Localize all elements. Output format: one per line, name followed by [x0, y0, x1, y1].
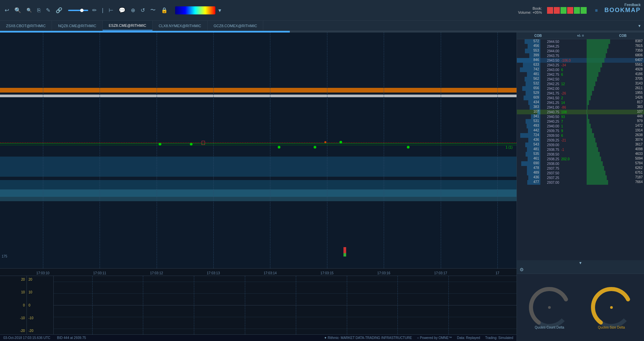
ob-cob2: 1472	[587, 124, 644, 128]
ob-price: 2943.00	[540, 68, 560, 72]
table-row: 553 2944.00 7359	[517, 49, 644, 53]
tab-nqz8[interactable]: NQZ8.CME@RITHMIC	[52, 21, 103, 31]
back-icon[interactable]: ↩	[3, 6, 10, 15]
time-label-7: 17:03:17	[434, 271, 447, 275]
ob-price: 2937.50	[540, 171, 560, 175]
ob-cob1: 562	[517, 77, 540, 81]
ob-cob1: 481	[517, 72, 540, 77]
bvline-2	[194, 276, 194, 334]
light-blue-band-1	[0, 157, 517, 177]
ob-cob1: 553	[517, 49, 540, 53]
main-layout: 1 (1) 175 17:03:10 17:03:11 17:03:12 17:…	[0, 33, 644, 341]
lock-icon[interactable]: 🔒	[160, 6, 169, 15]
ob-delta: 2	[560, 96, 587, 100]
trade-volume-bar-green	[343, 253, 346, 257]
feedback-link[interactable]: Feedback	[625, 3, 641, 7]
ob-cob2: 6806	[587, 53, 644, 58]
table-row: 456 2944.25 7815	[517, 44, 644, 49]
header-right: Book: Volume: +05% ≡ BOOKMAP	[518, 6, 641, 14]
svg-point-2	[548, 306, 551, 309]
crosshair-icon[interactable]: ⊕	[129, 6, 137, 15]
zoom-in-icon[interactable]: 🔍	[13, 6, 22, 15]
trade-dot-4	[314, 146, 316, 149]
ob-price: 2939.75	[540, 129, 560, 133]
vline-8	[497, 33, 498, 268]
ob-scroll-down[interactable]: ▼	[517, 260, 644, 266]
vline-4	[270, 33, 270, 268]
chart-main[interactable]: 1 (1) 175	[0, 33, 517, 268]
ob-cob1: 456	[517, 44, 540, 49]
color-bar-red-1	[547, 7, 553, 14]
color-bar-green-3	[581, 7, 587, 14]
tab-gcz8[interactable]: GCZ8.COMEX@RITHMIC	[208, 21, 264, 31]
table-row: 493 2940.00 1 1472	[517, 124, 644, 128]
table-row: 461 2938.25 202.0 5094	[517, 157, 644, 161]
ob-cob2: 5561	[587, 63, 644, 67]
trade-volume-bar-red	[343, 247, 346, 253]
ob-price: 2938.00	[540, 162, 560, 166]
table-row: 341 2940.50 93 448	[517, 114, 644, 119]
ob-delta: 6	[560, 73, 587, 76]
color-scale[interactable]: ▼	[175, 6, 215, 14]
ob-cob2: 8387	[587, 39, 644, 44]
quotes-count-delta-gauge: Quotes Count Delta	[524, 281, 576, 334]
time-label-8: 17	[495, 271, 499, 275]
bvline-0	[92, 276, 93, 334]
ob-delta: -21	[560, 138, 587, 142]
ob-price: 2939.25	[540, 138, 560, 142]
quotes-count-delta-svg	[524, 282, 575, 333]
table-row: 399 2943.75 6806	[517, 53, 644, 58]
tab-zsx8[interactable]: ZSX8.CBOT@RITHMIC	[0, 21, 52, 31]
tab-clx8[interactable]: CLX8.NYMEX@RITHMIC	[153, 21, 208, 31]
toolbar-icons: ↩ 🔍 🔍 ⎘ ✎ 🔗 ✏ | ⊢ 💬 ⊕ ↺ 〜 🔒 ▼	[3, 5, 215, 15]
bubble-icon[interactable]: 💬	[117, 6, 127, 15]
bottom-chart-panel[interactable]: 20 10 0 -10 -20 20 10 0 -10 -20	[0, 276, 517, 341]
volume-slider[interactable]	[68, 10, 88, 11]
medium-blue-band	[0, 189, 517, 201]
ob-delta: -34	[560, 63, 587, 67]
tab-dropdown-arrow[interactable]: ▼	[635, 21, 644, 31]
cursor-icon[interactable]: ✎	[45, 6, 52, 15]
measure-icon[interactable]: ⊢	[107, 6, 115, 15]
ob-price: 2938.50	[540, 153, 560, 156]
wave-icon[interactable]: 〜	[149, 5, 157, 15]
chart-area[interactable]: 1 (1) 175 17:03:10 17:03:11 17:03:12 17:…	[0, 33, 517, 341]
ob-cob2: 6751	[587, 171, 644, 175]
ob-price: 2939.00	[540, 143, 560, 147]
time-label-2: 17:03:12	[150, 271, 163, 275]
zoom-out-icon[interactable]: 🔍	[25, 6, 33, 14]
ob-cob2: 4633	[587, 152, 644, 157]
ob-delta: 202.0	[560, 157, 587, 161]
bookmap-logo: BOOKMAP	[604, 7, 641, 14]
ob-price: 2937.75	[540, 167, 560, 170]
link-icon[interactable]: 🔗	[54, 6, 64, 15]
orderbook-rows: 572 2944.50 8387 456 2944.25 7815 553	[517, 39, 644, 260]
ob-cob2: 3074	[587, 138, 644, 143]
status-right: ✦ Rithmic· MARKET DATA-TRADING INFRASTRU…	[324, 336, 513, 340]
ob-price: 2937.00	[540, 181, 560, 184]
color-arrow-icon[interactable]: ▼	[217, 8, 222, 13]
bvline-6	[397, 276, 398, 334]
ob-price: 2938.25	[540, 157, 560, 161]
ob-cob1: 742	[517, 67, 540, 72]
ob-price: 2941.50	[540, 96, 560, 100]
draw-icon[interactable]: ✏	[91, 6, 98, 15]
vline-1	[100, 33, 100, 268]
refresh-icon[interactable]: ↺	[139, 6, 146, 15]
ob-cob1: 609	[517, 96, 540, 100]
table-row: 434 2941.25 14 817	[517, 100, 644, 105]
share-icon[interactable]: ⎘	[36, 6, 42, 15]
bottom-chart-canvas[interactable]	[54, 276, 517, 334]
ob-cob2: 6262	[587, 166, 644, 171]
ob-cob2: 3617	[587, 143, 644, 147]
trade-dot-7	[324, 141, 326, 143]
hgrid-3	[54, 305, 517, 305]
status-bid: BID 444 at 2939.75	[57, 336, 86, 340]
tab-esz8[interactable]: ESZ8.CME@RITHMIC	[103, 21, 153, 31]
ob-cob1: 399	[517, 53, 540, 58]
settings-gear-icon[interactable]: ⚙	[520, 267, 524, 272]
ob-cob1: 543	[517, 143, 540, 147]
vline-2	[157, 33, 157, 268]
gauge-area: Quotes Count Delta Quotes Size Delta	[517, 274, 644, 341]
y-label-10-left: 10	[2, 290, 25, 294]
